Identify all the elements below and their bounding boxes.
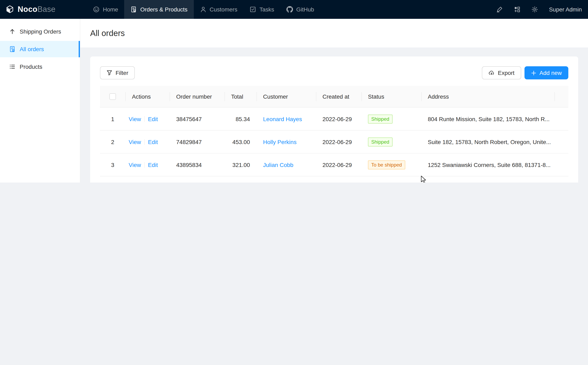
cloud-download-icon — [488, 70, 494, 76]
customer-link[interactable]: Julian Cobb — [263, 161, 293, 168]
sidebar-item-products[interactable]: Products — [0, 58, 80, 75]
nav-item-label: Home — [103, 6, 118, 13]
col-created-at: Created at — [316, 86, 361, 107]
cell-created-at: 2022-06-29 — [316, 176, 361, 182]
orders-card: Filter Export — [90, 56, 578, 182]
filter-icon — [107, 70, 112, 76]
nav-item-home[interactable]: Home — [87, 0, 124, 19]
edit-link[interactable]: Edit — [148, 161, 158, 168]
col-status: Status — [361, 86, 421, 107]
cell-order-number: 74829847 — [170, 130, 225, 153]
cell-address: 804 Runte Mission, Suite 182, 15783, Nor… — [421, 107, 554, 130]
col-customer: Customer — [256, 86, 316, 107]
nav-item-label: Orders & Products — [140, 6, 188, 13]
cell-order-number: 38475647 — [170, 107, 225, 130]
arrow-up-icon — [9, 28, 15, 35]
col-total: Total — [225, 86, 256, 107]
user-menu[interactable]: Super Admin — [549, 6, 582, 13]
orders-table: Actions Order number Total Customer Crea… — [100, 86, 568, 182]
logo-text-light: Base — [37, 5, 56, 14]
divider — [144, 139, 145, 145]
cell-total: 453.00 — [225, 130, 256, 153]
export-button[interactable]: Export — [482, 66, 521, 79]
status-badge: Shipped — [368, 114, 392, 123]
logo-text-bold: Noco — [18, 5, 37, 14]
sidebar-item-label: Shipping Orders — [20, 28, 61, 35]
divider — [144, 162, 145, 168]
cell-total: 85.34 — [225, 107, 256, 130]
github-icon — [286, 6, 293, 13]
sidebar: Shipping Orders All orders Products — [0, 19, 80, 182]
table-row: 2 ViewEdit 74829847 453.00 Holly Perkins… — [100, 130, 568, 153]
view-link[interactable]: View — [129, 139, 141, 145]
view-link[interactable]: View — [129, 116, 141, 122]
user-icon — [200, 6, 206, 13]
row-index: 2 — [100, 130, 125, 153]
cell-order-number: 43895834 — [170, 153, 225, 176]
cell-total: 83.00 — [225, 176, 256, 182]
nav-right-actions: Super Admin — [496, 6, 588, 13]
col-order-number: Order number — [170, 86, 225, 107]
cell-address: 1252 Swaniawski Corners, Suite 688, 8137… — [421, 153, 554, 176]
sidebar-item-shipping-orders[interactable]: Shipping Orders — [0, 23, 80, 40]
nav-item-tasks[interactable]: Tasks — [243, 0, 280, 19]
edit-link[interactable]: Edit — [148, 139, 158, 145]
page-header: All orders — [80, 19, 588, 48]
sidebar-item-all-orders[interactable]: All orders — [0, 41, 80, 57]
edit-link[interactable]: Edit — [148, 116, 158, 122]
nav-item-github[interactable]: GitHub — [280, 0, 320, 19]
setting-icon[interactable] — [531, 6, 538, 13]
main-area: All orders Filter — [80, 19, 588, 182]
check-square-icon — [250, 6, 256, 13]
mouse-cursor — [421, 175, 426, 182]
smile-icon — [93, 6, 100, 13]
filter-button[interactable]: Filter — [100, 66, 135, 79]
plus-icon — [531, 70, 536, 76]
cell-created-at: 2022-06-29 — [316, 107, 361, 130]
table-toolbar: Filter Export — [100, 66, 568, 79]
customer-link[interactable]: Leonard Hayes — [263, 116, 302, 122]
row-index: 4 — [100, 176, 125, 182]
col-actions: Actions — [125, 86, 170, 107]
nav-item-label: Tasks — [259, 6, 274, 13]
cell-address: Suite 182, 15783, North Robert, Oregon, … — [421, 130, 554, 153]
sidebar-item-label: Products — [20, 63, 42, 70]
file-done-icon — [131, 6, 137, 13]
file-done-icon — [9, 46, 15, 52]
cell-created-at: 2022-06-29 — [316, 153, 361, 176]
list-icon — [9, 63, 15, 70]
cell-total: 321.00 — [225, 153, 256, 176]
nav-menu: Home Orders & Products Customers — [87, 0, 320, 19]
nav-item-customers[interactable]: Customers — [194, 0, 243, 19]
divider — [144, 116, 145, 122]
nav-item-orders-products[interactable]: Orders & Products — [124, 0, 194, 19]
status-badge: Shipped — [368, 137, 392, 146]
table-row: 4 ViewEdit 75638347 83.00 Darin Clarke 2… — [100, 176, 568, 182]
top-navbar: NocoBase Home Orders & Products — [0, 0, 588, 19]
col-empty — [554, 86, 568, 107]
main-layout: Shipping Orders All orders Products — [0, 19, 588, 182]
highlight-icon[interactable] — [496, 6, 503, 13]
appstore-add-icon[interactable] — [514, 6, 520, 13]
row-index: 3 — [100, 153, 125, 176]
cell-order-number: 75638347 — [170, 176, 225, 182]
table-row: 3 ViewEdit 43895834 321.00 Julian Cobb 2… — [100, 153, 568, 176]
status-badge: To be shipped — [368, 160, 405, 169]
table-header-row: Actions Order number Total Customer Crea… — [100, 86, 568, 107]
col-address: Address — [421, 86, 554, 107]
cell-address: 015 Margie Mission, Apt. 093, 34936, Ebe… — [421, 176, 554, 182]
table-row: 1 ViewEdit 38475647 85.34 Leonard Hayes … — [100, 107, 568, 130]
cell-created-at: 2022-06-29 — [316, 130, 361, 153]
select-all-header — [100, 86, 125, 107]
view-link[interactable]: View — [129, 161, 141, 168]
customer-link[interactable]: Holly Perkins — [263, 139, 297, 145]
add-new-button[interactable]: Add new — [524, 66, 568, 79]
page-title: All orders — [90, 28, 125, 38]
nav-item-label: Customers — [210, 6, 237, 13]
cube-logo-icon — [5, 5, 14, 14]
row-index: 1 — [100, 107, 125, 130]
nocobase-logo: NocoBase — [0, 5, 80, 14]
content-area: Filter Export — [80, 48, 588, 182]
select-all-checkbox[interactable] — [109, 93, 116, 100]
app-window: NocoBase Home Orders & Products — [0, 0, 588, 182]
